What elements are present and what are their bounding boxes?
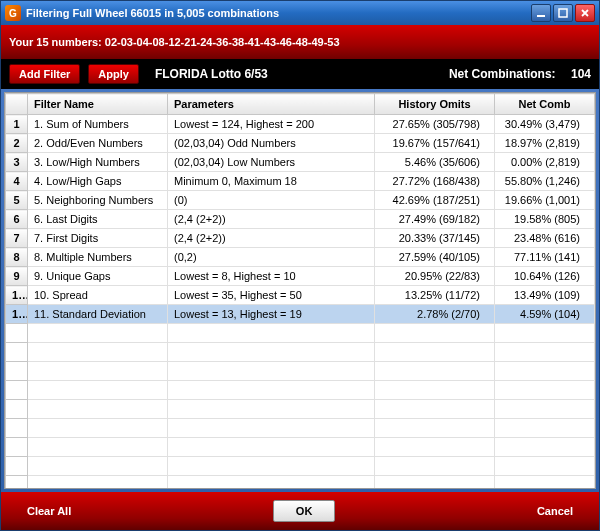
cell-parameters: (02,03,04) Low Numbers — [168, 153, 375, 172]
row-number — [6, 457, 28, 476]
table-row[interactable] — [6, 457, 595, 476]
table-row[interactable] — [6, 381, 595, 400]
table-row[interactable] — [6, 438, 595, 457]
cell-filter-name: 2. Odd/Even Numbers — [28, 134, 168, 153]
filter-table: Filter Name Parameters History Omits Net… — [5, 93, 595, 489]
row-number: 5 — [6, 191, 28, 210]
cell-history-omits: 13.25% (11/72) — [375, 286, 495, 305]
cell-history-omits: 5.46% (35/606) — [375, 153, 495, 172]
cell-net-comb: 4.59% (104) — [495, 305, 595, 324]
row-number: 6 — [6, 210, 28, 229]
cell-history-omits: 19.67% (157/641) — [375, 134, 495, 153]
cell-parameters: Lowest = 124, Highest = 200 — [168, 115, 375, 134]
table-row[interactable]: 99. Unique GapsLowest = 8, Highest = 102… — [6, 267, 595, 286]
table-row[interactable]: 88. Multiple Numbers(0,2)27.59% (40/105)… — [6, 248, 595, 267]
table-row[interactable] — [6, 343, 595, 362]
cell-history-omits: 27.72% (168/438) — [375, 172, 495, 191]
table-row[interactable]: 66. Last Digits(2,4 (2+2))27.49% (69/182… — [6, 210, 595, 229]
row-number: 4 — [6, 172, 28, 191]
toolbar: Add Filter Apply FLORIDA Lotto 6/53 Net … — [1, 59, 599, 89]
row-number: 3 — [6, 153, 28, 172]
table-row[interactable] — [6, 476, 595, 490]
add-filter-button[interactable]: Add Filter — [9, 64, 80, 84]
row-number — [6, 362, 28, 381]
maximize-button[interactable] — [553, 4, 573, 22]
app-icon: G — [5, 5, 21, 21]
cell-filter-name: 9. Unique Gaps — [28, 267, 168, 286]
cancel-button[interactable]: Cancel — [527, 501, 583, 521]
cell-filter-name: 3. Low/High Numbers — [28, 153, 168, 172]
cell-net-comb: 19.66% (1,001) — [495, 191, 595, 210]
table-row[interactable] — [6, 419, 595, 438]
cell-net-comb: 23.48% (616) — [495, 229, 595, 248]
cell-history-omits: 20.95% (22/83) — [375, 267, 495, 286]
table-row[interactable]: 22. Odd/Even Numbers(02,03,04) Odd Numbe… — [6, 134, 595, 153]
svg-rect-0 — [537, 15, 545, 17]
row-number: 9 — [6, 267, 28, 286]
svg-rect-1 — [559, 9, 567, 17]
row-number: 11 — [6, 305, 28, 324]
table-row[interactable]: 1010. SpreadLowest = 35, Highest = 5013.… — [6, 286, 595, 305]
cell-parameters: (2,4 (2+2)) — [168, 229, 375, 248]
table-row[interactable] — [6, 324, 595, 343]
cell-net-comb: 0.00% (2,819) — [495, 153, 595, 172]
table-row[interactable]: 11. Sum of NumbersLowest = 124, Highest … — [6, 115, 595, 134]
cell-net-comb: 10.64% (126) — [495, 267, 595, 286]
table-row[interactable]: 77. First Digits(2,4 (2+2))20.33% (37/14… — [6, 229, 595, 248]
row-number — [6, 476, 28, 490]
close-button[interactable] — [575, 4, 595, 22]
apply-button[interactable]: Apply — [88, 64, 139, 84]
cell-parameters: Minimum 0, Maximum 18 — [168, 172, 375, 191]
col-history-omits[interactable]: History Omits — [375, 94, 495, 115]
row-number — [6, 438, 28, 457]
table-row[interactable]: 1111. Standard DeviationLowest = 13, Hig… — [6, 305, 595, 324]
row-number: 10 — [6, 286, 28, 305]
cell-history-omits: 20.33% (37/145) — [375, 229, 495, 248]
cell-net-comb: 30.49% (3,479) — [495, 115, 595, 134]
minimize-button[interactable] — [531, 4, 551, 22]
cell-filter-name: 7. First Digits — [28, 229, 168, 248]
cell-filter-name: 5. Neighboring Numbers — [28, 191, 168, 210]
row-number — [6, 381, 28, 400]
row-number: 2 — [6, 134, 28, 153]
row-number — [6, 343, 28, 362]
col-filter-name[interactable]: Filter Name — [28, 94, 168, 115]
row-number — [6, 400, 28, 419]
cell-parameters: (0) — [168, 191, 375, 210]
col-rownum[interactable] — [6, 94, 28, 115]
titlebar: G Filtering Full Wheel 66015 in 5,005 co… — [1, 1, 599, 25]
col-net-comb[interactable]: Net Comb — [495, 94, 595, 115]
table-row[interactable]: 33. Low/High Numbers(02,03,04) Low Numbe… — [6, 153, 595, 172]
clear-all-button[interactable]: Clear All — [17, 501, 81, 521]
row-number: 1 — [6, 115, 28, 134]
cell-filter-name: 10. Spread — [28, 286, 168, 305]
ok-button[interactable]: OK — [273, 500, 336, 522]
col-parameters[interactable]: Parameters — [168, 94, 375, 115]
row-number: 8 — [6, 248, 28, 267]
cell-parameters: (2,4 (2+2)) — [168, 210, 375, 229]
cell-net-comb: 19.58% (805) — [495, 210, 595, 229]
table-row[interactable] — [6, 362, 595, 381]
table-row[interactable]: 44. Low/High GapsMinimum 0, Maximum 1827… — [6, 172, 595, 191]
cell-net-comb: 55.80% (1,246) — [495, 172, 595, 191]
footer: Clear All OK Cancel — [1, 492, 599, 530]
cell-net-comb: 77.11% (141) — [495, 248, 595, 267]
row-number — [6, 419, 28, 438]
numbers-value: 02-03-04-08-12-21-24-36-38-41-43-46-48-4… — [105, 36, 340, 48]
window-buttons — [531, 4, 595, 22]
row-number — [6, 324, 28, 343]
cell-net-comb: 18.97% (2,819) — [495, 134, 595, 153]
cell-parameters: Lowest = 35, Highest = 50 — [168, 286, 375, 305]
cell-filter-name: 4. Low/High Gaps — [28, 172, 168, 191]
app-window: G Filtering Full Wheel 66015 in 5,005 co… — [0, 0, 600, 531]
cell-filter-name: 6. Last Digits — [28, 210, 168, 229]
cell-parameters: Lowest = 13, Highest = 19 — [168, 305, 375, 324]
game-name: FLORIDA Lotto 6/53 — [155, 67, 268, 81]
cell-history-omits: 42.69% (187/251) — [375, 191, 495, 210]
cell-filter-name: 8. Multiple Numbers — [28, 248, 168, 267]
filter-table-container[interactable]: Filter Name Parameters History Omits Net… — [4, 92, 596, 489]
cell-net-comb: 13.49% (109) — [495, 286, 595, 305]
table-row[interactable] — [6, 400, 595, 419]
table-row[interactable]: 55. Neighboring Numbers(0)42.69% (187/25… — [6, 191, 595, 210]
cell-parameters: (0,2) — [168, 248, 375, 267]
